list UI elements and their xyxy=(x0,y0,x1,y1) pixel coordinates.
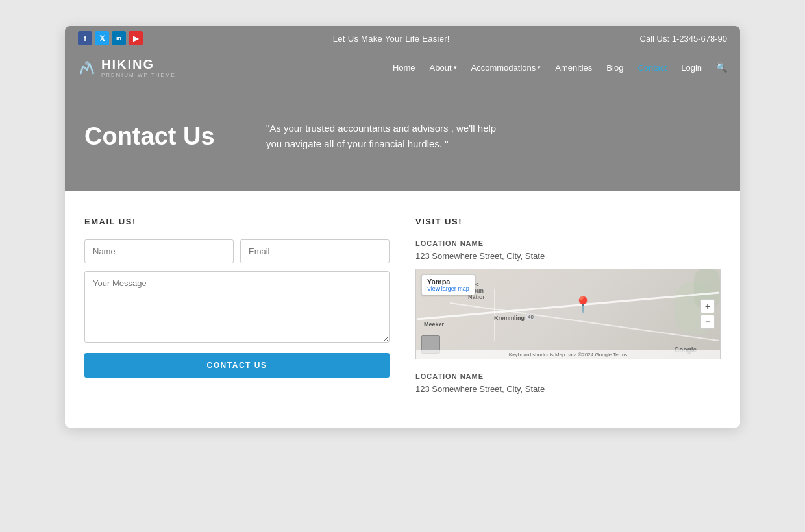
site-header: HIKING PREMIUM WP THEME Home About ▾ Acc… xyxy=(65,51,740,88)
nav-amenities[interactable]: Amenities xyxy=(555,63,592,73)
location-label-2: LOCATION NAME xyxy=(415,372,721,380)
map-footer: Keyboard shortcuts Map data ©2024 Google… xyxy=(416,350,720,359)
top-bar: f 𝕏 in ▶ Let Us Make Your Life Easier! C… xyxy=(65,26,740,51)
logo-subtitle: PREMIUM WP THEME xyxy=(101,72,176,78)
nav-login[interactable]: Login xyxy=(681,63,702,73)
main-content: EMAIL US! CONTACT US VISIT US! LOCATION … xyxy=(65,191,740,428)
logo-name: HIKING xyxy=(101,57,176,72)
email-input[interactable] xyxy=(240,239,390,263)
logo-text-wrap: HIKING PREMIUM WP THEME xyxy=(101,57,176,78)
location-address-1: 123 Somewhere Street, City, State xyxy=(415,251,721,261)
zoom-out-button[interactable]: − xyxy=(700,315,715,329)
social-icons: f 𝕏 in ▶ xyxy=(78,31,143,45)
content-grid: EMAIL US! CONTACT US VISIT US! LOCATION … xyxy=(84,217,721,402)
hero-quote: "As your trusted accountants and advisor… xyxy=(266,121,513,152)
hero-title: Contact Us xyxy=(84,123,240,151)
linkedin-icon[interactable]: in xyxy=(112,31,126,45)
logo-icon xyxy=(78,58,96,77)
map-container[interactable]: RocMounNatior Meeker Kremmling 40 Yampa … xyxy=(415,269,721,359)
youtube-icon[interactable]: ▶ xyxy=(129,31,143,45)
nav-contact[interactable]: Contact xyxy=(638,63,667,73)
location-address-2: 123 Somewhere Street, City, State xyxy=(415,384,721,394)
map-controls: + − xyxy=(700,299,715,329)
tagline: Let Us Make Your Life Easier! xyxy=(333,34,450,43)
map-pin: 📍 xyxy=(573,296,593,314)
svg-point-0 xyxy=(85,61,89,65)
logo-area: HIKING PREMIUM WP THEME xyxy=(78,57,176,78)
nav-accommodations[interactable]: Accommodations ▾ xyxy=(471,63,541,73)
phone-number: Call Us: 1-2345-678-90 xyxy=(640,34,727,43)
map-view-larger: View larger map xyxy=(427,285,469,292)
map-label-box: Yampa View larger map xyxy=(421,274,475,295)
nav-about[interactable]: About ▾ xyxy=(430,63,457,73)
twitter-icon[interactable]: 𝕏 xyxy=(95,31,109,45)
zoom-in-button[interactable]: + xyxy=(700,299,715,313)
nav-home[interactable]: Home xyxy=(393,63,415,73)
email-section-title: EMAIL US! xyxy=(84,217,390,226)
visit-section: VISIT US! LOCATION NAME 123 Somewhere St… xyxy=(415,217,721,402)
name-input[interactable] xyxy=(84,239,234,263)
form-name-email-row xyxy=(84,239,390,263)
contact-us-button[interactable]: CONTACT US xyxy=(84,353,390,378)
browser-window: f 𝕏 in ▶ Let Us Make Your Life Easier! C… xyxy=(65,26,740,428)
nav-blog[interactable]: Blog xyxy=(606,63,623,73)
email-section: EMAIL US! CONTACT US xyxy=(84,217,390,402)
nav-menu: Home About ▾ Accommodations ▾ Amenities … xyxy=(393,62,727,73)
facebook-icon[interactable]: f xyxy=(78,31,92,45)
location-label-1: LOCATION NAME xyxy=(415,239,721,247)
message-textarea[interactable] xyxy=(84,271,390,343)
visit-section-title: VISIT US! xyxy=(415,217,721,226)
hero-section: Contact Us "As your trusted accountants … xyxy=(65,88,740,191)
search-icon[interactable]: 🔍 xyxy=(716,62,727,73)
map-inner: RocMounNatior Meeker Kremmling 40 Yampa … xyxy=(416,269,720,359)
map-place-name: Yampa xyxy=(427,278,469,285)
